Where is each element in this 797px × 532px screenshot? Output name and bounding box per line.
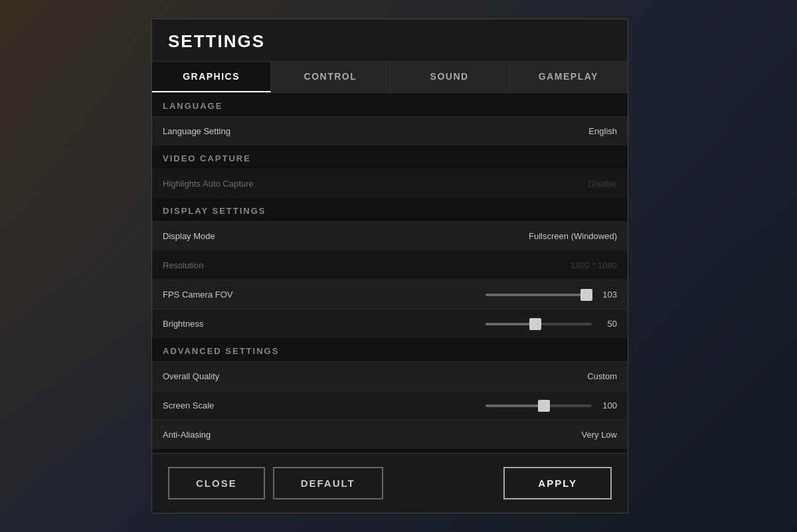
setting-row-anti-aliasing[interactable]: Anti-Aliasing Very Low bbox=[152, 420, 628, 449]
modal-footer: CLOSE DEFAULT APPLY bbox=[152, 453, 628, 513]
brightness-slider-thumb[interactable] bbox=[529, 318, 541, 330]
brightness-slider-fill bbox=[486, 323, 535, 325]
section-header-advanced: ADVANCED SETTINGS bbox=[152, 338, 628, 361]
modal-header: SETTINGS bbox=[152, 19, 628, 62]
section-header-video-capture: VIDEO CAPTURE bbox=[152, 145, 628, 169]
label-anti-aliasing: Anti-Aliasing bbox=[163, 430, 211, 440]
value-highlights: Disable bbox=[588, 179, 617, 189]
setting-row-overall-quality[interactable]: Overall Quality Custom bbox=[152, 361, 628, 391]
section-header-language: LANGUAGE bbox=[152, 93, 628, 116]
value-anti-aliasing: Very Low bbox=[582, 430, 617, 440]
default-button[interactable]: DEFAULT bbox=[273, 467, 383, 499]
label-brightness: Brightness bbox=[163, 319, 203, 329]
setting-row-resolution: Resolution 1920 * 1080 bbox=[152, 250, 628, 280]
brightness-value: 50 bbox=[597, 319, 617, 329]
setting-row-screen-scale[interactable]: Screen Scale 100 bbox=[152, 391, 628, 420]
fps-fov-value: 103 bbox=[597, 290, 617, 300]
value-display-mode: Fullscreen (Windowed) bbox=[529, 231, 617, 241]
apply-button[interactable]: APPLY bbox=[503, 467, 612, 499]
label-fps-fov: FPS Camera FOV bbox=[163, 290, 232, 300]
settings-modal: SETTINGS GRAPHICS CoNTroL SOUND GAMEPLAY… bbox=[151, 19, 628, 513]
screen-scale-slider-container: 100 bbox=[486, 400, 617, 410]
setting-row-brightness[interactable]: Brightness 50 bbox=[152, 309, 628, 338]
tab-gameplay[interactable]: GAMEPLAY bbox=[509, 62, 628, 92]
label-display-mode: Display Mode bbox=[163, 231, 215, 241]
label-highlights: Highlights Auto Capture bbox=[163, 179, 254, 189]
content-area: LANGUAGE Language Setting English VIDEO … bbox=[152, 93, 628, 453]
tab-control[interactable]: CoNTroL bbox=[271, 62, 390, 92]
label-screen-scale: Screen Scale bbox=[163, 400, 214, 410]
label-overall-quality: Overall Quality bbox=[163, 371, 219, 381]
setting-row-language[interactable]: Language Setting English bbox=[152, 116, 628, 145]
brightness-slider-track[interactable] bbox=[486, 323, 592, 325]
value-language-setting: English bbox=[588, 126, 617, 136]
screen-scale-slider-track[interactable] bbox=[486, 404, 592, 407]
screen-scale-slider-fill bbox=[486, 404, 544, 407]
screen-scale-value: 100 bbox=[597, 400, 617, 410]
screen-scale-slider-thumb[interactable] bbox=[538, 400, 550, 412]
modal-title: SETTINGS bbox=[168, 31, 612, 52]
label-language-setting: Language Setting bbox=[163, 126, 230, 136]
close-button[interactable]: CLOSE bbox=[168, 467, 265, 499]
tab-graphics[interactable]: GRAPHICS bbox=[152, 62, 271, 92]
setting-row-highlights: Highlights Auto Capture Disable bbox=[152, 169, 628, 198]
label-resolution: Resolution bbox=[163, 260, 203, 270]
fps-fov-slider-container: 103 bbox=[486, 290, 617, 300]
fps-fov-slider-thumb[interactable] bbox=[580, 289, 592, 301]
tabs-bar: GRAPHICS CoNTroL SOUND GAMEPLAY bbox=[152, 62, 628, 93]
setting-row-fps-fov[interactable]: FPS Camera FOV 103 bbox=[152, 280, 628, 309]
fps-fov-slider-fill bbox=[486, 294, 586, 296]
footer-left-buttons: CLOSE DEFAULT bbox=[168, 467, 383, 499]
brightness-slider-container: 50 bbox=[486, 319, 617, 329]
section-header-display: DISPLAY SETTINGS bbox=[152, 198, 628, 221]
fps-fov-slider-track[interactable] bbox=[486, 294, 592, 296]
setting-row-display-mode[interactable]: Display Mode Fullscreen (Windowed) bbox=[152, 221, 628, 250]
value-resolution: 1920 * 1080 bbox=[571, 260, 617, 270]
value-overall-quality: Custom bbox=[587, 371, 617, 381]
tab-sound[interactable]: SOUND bbox=[391, 62, 509, 92]
